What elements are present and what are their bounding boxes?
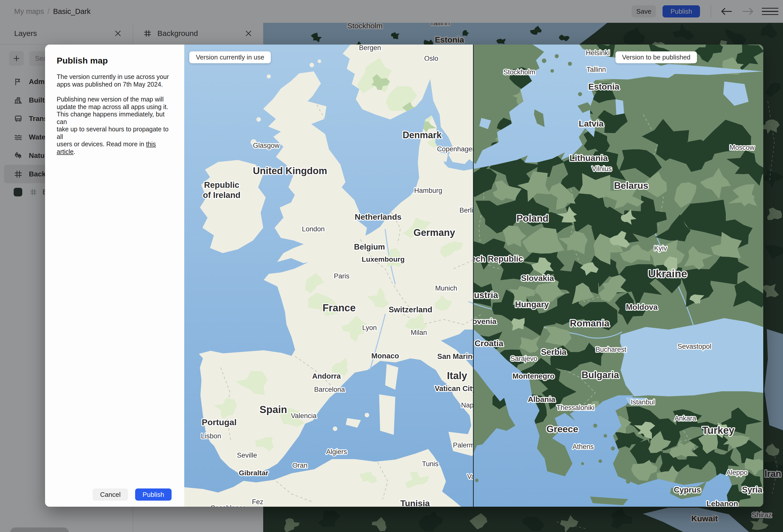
- map-label: Valencia: [291, 412, 317, 419]
- map-label: London: [302, 225, 325, 233]
- map-label: Romania: [570, 318, 609, 328]
- map-label: Republic: [204, 180, 239, 190]
- map-label: Seville: [237, 451, 257, 459]
- map-label: Aleppo: [726, 469, 748, 476]
- cancel-button[interactable]: Cancel: [93, 489, 128, 501]
- map-label: Hamburg: [414, 187, 442, 194]
- dialog-paragraph-1: The version currently in use across your…: [57, 73, 173, 88]
- map-label: Italy: [447, 370, 467, 381]
- map-label: Vilnius: [592, 165, 612, 173]
- map-label: Tunis: [422, 460, 438, 468]
- map-label: Netherlands: [355, 212, 402, 221]
- publish-map-modal: Publish map The version currently in use…: [45, 44, 763, 507]
- map-label: Barcelona: [314, 386, 345, 393]
- dialog-title: Publish map: [57, 56, 184, 66]
- map-label: Switzerland: [389, 305, 432, 314]
- map-label: Bergen: [359, 44, 381, 52]
- map-label: Portugal: [202, 417, 237, 427]
- map-label: Denmark: [403, 130, 442, 140]
- map-label: Bulgaria: [582, 370, 619, 380]
- map-label: Oslo: [424, 55, 438, 62]
- map-label: Casablanca: [210, 504, 247, 507]
- map-label: Bucharest: [595, 346, 626, 353]
- map-label: Albania: [528, 395, 556, 403]
- map-label: Hungary: [515, 300, 549, 309]
- map-label: Stockholm: [503, 68, 535, 76]
- map-label: Ukraine: [648, 268, 687, 280]
- map-label: Istanbul: [631, 398, 655, 406]
- map-label: Belgium: [354, 243, 385, 251]
- map-label: Fez: [252, 498, 263, 506]
- map-label: Ankara: [675, 414, 696, 422]
- version-compare-view[interactable]: Republicof IrelandUnited KingdomDenmarkN…: [184, 44, 763, 507]
- map-label: Sevastopol: [678, 343, 711, 350]
- map-label: Turkey: [702, 425, 735, 436]
- map-label: Glasgow: [253, 142, 280, 149]
- map-label: Belarus: [614, 181, 648, 191]
- map-label: Croatia: [474, 339, 503, 348]
- map-label: France: [322, 302, 355, 313]
- map-label: Serbia: [541, 347, 567, 356]
- map-label: Lisbon: [201, 432, 221, 440]
- map-label: Algiers: [326, 448, 347, 456]
- map-label: Monaco: [371, 352, 399, 360]
- map-label: Milan: [411, 329, 427, 336]
- map-label: Luxembourg: [362, 255, 405, 263]
- publish-dialog: Publish map The version currently in use…: [45, 44, 184, 507]
- dialog-paragraph-2: Publishing new version of the map willup…: [57, 96, 173, 155]
- map-label: Copenhagen: [437, 145, 476, 153]
- map-label: Latvia: [579, 119, 604, 128]
- map-label: Munich: [435, 284, 457, 292]
- map-label: Lyon: [362, 324, 377, 332]
- map-label: Andorra: [312, 372, 341, 380]
- map-label: Paris: [334, 272, 349, 280]
- map-label: Moscow: [729, 144, 755, 151]
- map-label: Moldova: [626, 303, 658, 312]
- dialog-publish-button[interactable]: Publish: [135, 489, 171, 501]
- map-label: Lithuania: [569, 153, 608, 163]
- map-label: Thessaloniki: [557, 404, 594, 411]
- map-label: Athens: [572, 443, 594, 450]
- map-label: Vatican City: [435, 384, 476, 393]
- map-label: Lebanon: [707, 499, 738, 507]
- map-label: Greece: [546, 424, 578, 434]
- map-label: Sarajevo: [510, 355, 537, 363]
- current-version-badge: Version currently in use: [189, 51, 271, 63]
- map-label: Syria: [742, 485, 762, 494]
- map-label: Montenegro: [512, 372, 555, 380]
- map-label: Estonia: [588, 82, 620, 91]
- map-label: Tallinn: [587, 66, 606, 73]
- map-label: United Kingdom: [253, 165, 327, 176]
- map-label: Cyprus: [674, 486, 701, 494]
- map-label: Slovakia: [521, 274, 554, 283]
- map-label: Gibraltar: [239, 469, 269, 477]
- map-label: Helsinki: [586, 49, 610, 57]
- map-label: Germany: [413, 227, 455, 238]
- map-label: Tunisia: [400, 498, 430, 507]
- map-label: San Marino: [437, 352, 477, 361]
- map-label: Oran: [292, 462, 308, 469]
- compare-divider[interactable]: [473, 44, 474, 507]
- map-label: Kyiv: [654, 245, 667, 252]
- map-label: of Ireland: [203, 190, 241, 200]
- map-label: Poland: [516, 213, 549, 224]
- publish-version-badge: Version to be published: [616, 51, 697, 63]
- map-label: Spain: [260, 404, 287, 415]
